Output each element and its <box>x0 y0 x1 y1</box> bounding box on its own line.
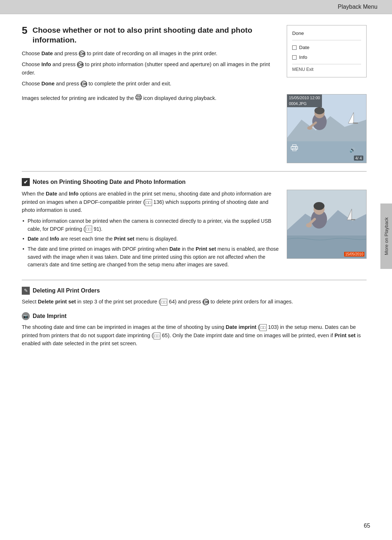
menu-done-label: Done <box>292 29 361 38</box>
main-content: 5 Choose whether or not to also print sh… <box>0 14 392 365</box>
step5-para4: Images selected for printing are indicat… <box>22 94 279 103</box>
menu-info-label: Info <box>299 53 307 62</box>
bold-done-1: Done <box>41 81 54 86</box>
display-printer-icon <box>291 144 298 152</box>
step5-text-col: 5 Choose whether or not to also print sh… <box>22 25 279 90</box>
header: Playback Menu <box>0 0 392 14</box>
notes-bullet-list: Photo information cannot be printed when… <box>22 217 279 269</box>
bold-date-1: Date <box>41 51 53 56</box>
date-imprint-section: 📷 Date Imprint The shooting date and tim… <box>22 312 367 347</box>
notes-text-col: When the Date and Info options are enabl… <box>22 190 279 272</box>
display-date: 15/05/2010 12:00 <box>289 95 320 101</box>
bold-date-notes: Date <box>46 191 57 197</box>
page-footer: 65 <box>364 523 370 529</box>
camera-menu-panel: Done Date Info MENU Exit <box>287 25 367 90</box>
bold-printset-b2: Print set <box>114 236 134 242</box>
landscape2-svg <box>287 190 367 259</box>
delete-heading-row: ✎ Deleting All Print Orders <box>22 287 367 295</box>
step5-para3: Choose Done and press OK to complete the… <box>22 80 279 88</box>
step-number: 5 <box>22 25 28 36</box>
bullet-item-1: Photo information cannot be printed when… <box>22 217 279 233</box>
bullet-item-2: Date and Info are reset each time the Pr… <box>22 235 279 243</box>
svg-point-17 <box>295 148 296 148</box>
delete-heading-title: Deleting All Print Orders <box>33 287 100 294</box>
svg-rect-8 <box>353 123 358 124</box>
delete-section: ✎ Deleting All Print Orders Select Delet… <box>22 287 367 306</box>
date-imprint-heading-row: 📷 Date Imprint <box>22 312 367 320</box>
printer-icon <box>135 94 142 101</box>
ok-button-icon-4: OK <box>203 299 209 305</box>
menu-date-label: Date <box>299 43 310 52</box>
print-icon-inline <box>135 94 142 103</box>
bold-info-1: Info <box>41 61 51 67</box>
notes-heading-row: ✔ Notes on Printing Shooting Date and Ph… <box>22 178 367 186</box>
menu-item-date: Date <box>292 43 361 52</box>
step5-para2: Choose Info and press OK to print photo … <box>22 60 279 77</box>
section-divider-2 <box>22 280 367 280</box>
ok-button-icon-1: OK <box>79 51 85 57</box>
step5-bottom-row: Images selected for printing are indicat… <box>22 94 367 163</box>
svg-point-13 <box>307 126 312 130</box>
svg-point-27 <box>306 223 312 227</box>
bold-date-imprint: Date imprint <box>226 324 257 330</box>
display-print-icon <box>291 144 298 153</box>
ref-icon-65: □□ <box>154 333 160 339</box>
display2-date-stamp: 15/05/2010 <box>344 252 364 257</box>
notes-content-row: When the Date and Info options are enabl… <box>22 190 367 272</box>
svg-point-11 <box>314 107 324 114</box>
page-title: Playback Menu <box>338 4 377 10</box>
date-imprint-para: The shooting date and time can be imprin… <box>22 323 367 347</box>
side-tab-label: More on Playback <box>384 217 389 255</box>
camera-display-box: 15/05/2010 12:00 0004.JPG 4/ 4 🔊 <box>287 94 367 163</box>
camera-menu: Done Date Info MENU Exit <box>287 25 367 77</box>
menu-done-text: Done <box>292 31 304 36</box>
step-header: 5 Choose whether or not to also print sh… <box>22 25 279 45</box>
ok-button-icon-2: OK <box>77 61 83 68</box>
step-title: Choose whether or not to also print shoo… <box>33 25 279 45</box>
step5-header-row: 5 Choose whether or not to also print sh… <box>22 25 367 90</box>
ref-icon-136: □□ <box>145 199 152 206</box>
step5-para1: Choose Date and press OK to print date o… <box>22 49 279 57</box>
page: Playback Menu More on Playback 5 Choose … <box>0 0 392 540</box>
display-datetime: 15/05/2010 12:00 0004.JPG <box>287 94 322 107</box>
bold-print-set-di: Print set <box>335 333 356 338</box>
pencil-icon: ✎ <box>22 287 30 295</box>
bullet-item-3: The date and time printed on images with… <box>22 245 279 269</box>
display-counter-text: 4/ 4 <box>355 156 362 160</box>
checkbox-date <box>292 45 297 50</box>
ref-icon-64: □□ <box>160 299 167 306</box>
checkbox-info <box>292 55 297 60</box>
page-number: 65 <box>364 523 370 529</box>
svg-point-25 <box>314 202 324 210</box>
svg-point-3 <box>140 97 140 98</box>
notes-image-col: 15/05/2010 <box>287 190 367 259</box>
menu-item-info: Info <box>292 53 361 62</box>
step5-icon-text: Images selected for printing are indicat… <box>22 94 279 106</box>
bold-info-b2: Info <box>50 236 60 242</box>
bold-date-b2: Date <box>28 236 38 242</box>
bold-printset-b3: Print set <box>196 246 216 252</box>
ref-icon-103: □□ <box>260 324 266 331</box>
menu-exit-label: MENU Exit <box>292 67 314 72</box>
ok-button-icon-3: OK <box>81 81 87 87</box>
delete-para: Select Delete print set in step 3 of the… <box>22 298 367 306</box>
ref-icon-91a: □□ <box>85 226 92 233</box>
svg-rect-22 <box>351 219 355 220</box>
step5-camera-display: 15/05/2010 12:00 0004.JPG 4/ 4 🔊 <box>287 94 367 163</box>
section-divider-1 <box>22 171 367 172</box>
side-tab: More on Playback <box>380 203 392 269</box>
bold-date-b3: Date <box>170 246 180 252</box>
bold-info-notes: Info <box>69 191 79 197</box>
date-imprint-heading-title: Date Imprint <box>33 313 66 319</box>
display-filename: 0004.JPG <box>289 101 320 106</box>
bold-delete-printset: Delete print set <box>38 299 76 305</box>
camera-display2-box: 15/05/2010 <box>287 190 367 259</box>
display-sound-icon: 🔊 <box>350 147 355 153</box>
date-imprint-icon: 📷 <box>22 312 30 320</box>
notes-heading-title: Notes on Printing Shooting Date and Phot… <box>33 179 185 185</box>
notes-intro-para: When the Date and Info options are enabl… <box>22 190 279 214</box>
menu-exit: MENU Exit <box>292 64 361 74</box>
notes-check-icon: ✔ <box>22 178 30 186</box>
display-counter: 4/ 4 <box>354 156 363 161</box>
